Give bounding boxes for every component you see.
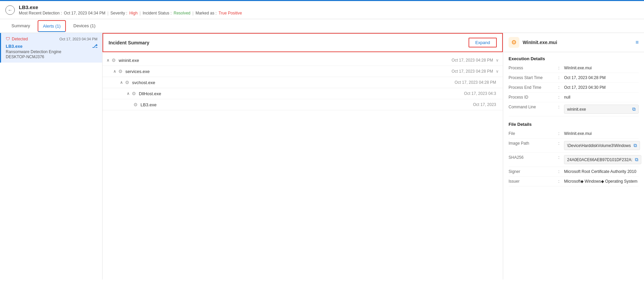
collapse-chevron[interactable]: ∧ [127, 91, 130, 96]
detail-colon: : [558, 169, 559, 174]
copy-icon[interactable]: ⧉ [632, 106, 636, 112]
right-panel: ⚙ WinInit.exe.mui ≡ Execution Details Pr… [503, 33, 644, 280]
gear-icon: ⚙ [132, 91, 136, 96]
process-time: Oct 17, 2023 [473, 102, 496, 107]
gear-icon: ⚙ [133, 102, 138, 107]
lines-icon[interactable]: ≡ [636, 39, 639, 45]
detection-label: Most Recent Detection : [19, 11, 62, 15]
image-path-value: \Device\HarddiskVolume3\Windows [567, 143, 631, 148]
severity-value: High [129, 11, 138, 15]
detail-label: Image Path [509, 141, 556, 146]
detail-colon: : [558, 105, 559, 109]
detail-colon: : [558, 66, 559, 70]
process-name: DllHost.exe [139, 91, 464, 96]
expand-chevron[interactable]: ∨ [496, 69, 499, 74]
tree-row[interactable]: ∧ ⚙ DllHost.exe Oct 17, 2023 04:3 [103, 88, 503, 99]
detail-label: Signer [509, 169, 556, 174]
detail-label: Process ID [509, 95, 556, 100]
top-bar: ← LB3.exe Most Recent Detection : Oct 17… [0, 1, 644, 19]
file-details-table: File : WinInit.exe.mui Image Path : \Dev… [503, 129, 644, 186]
gear-icon: ⚙ [112, 58, 116, 63]
detail-row-sha256: SHA256 : 24A0E0ACE66AEB97D101DF232A: ⧉ [509, 153, 639, 167]
process-time: Oct 17, 2023 04:28 PM [452, 69, 493, 74]
collapse-chevron[interactable]: ∧ [113, 69, 116, 74]
tab-alerts[interactable]: Alerts (1) [38, 20, 66, 32]
collapse-chevron[interactable]: ∧ [120, 80, 123, 85]
header-meta: Most Recent Detection : Oct 17, 2023 04:… [19, 11, 242, 15]
process-name: LB3.exe [140, 102, 473, 107]
alert-engine: Ransomware Detection Engine [6, 49, 97, 54]
shield-icon: 🛡 [6, 36, 10, 41]
sep1: | [107, 11, 108, 15]
detected-badge: 🛡 Detected [6, 36, 28, 41]
detail-row-image-path: Image Path : \Device\HarddiskVolume3\Win… [509, 139, 639, 153]
severity-label: Severity : [111, 11, 127, 15]
right-panel-header: ⚙ WinInit.exe.mui ≡ [503, 33, 644, 52]
back-button[interactable]: ← [5, 5, 15, 15]
marked-value: True Positive [218, 11, 242, 15]
command-line-box: wininit.exe ⧉ [564, 105, 639, 114]
detail-row-process: Process : WinInit.exe.mui [509, 63, 639, 73]
alert-item[interactable]: 🛡 Detected Oct 17, 2023 04:34 PM LB3.exe… [0, 33, 102, 63]
collapse-chevron[interactable]: ∧ [107, 58, 110, 63]
detail-label: Issuer [509, 179, 556, 184]
process-tree: ∧ ⚙ wininit.exe Oct 17, 2023 04:28 PM ∨ … [103, 52, 503, 113]
expand-chevron[interactable]: ∨ [496, 58, 499, 63]
tree-icon: ⎇ [92, 43, 97, 49]
detail-row-issuer: Issuer : Microsoft◆ Windows◆ Operating S… [509, 177, 639, 186]
marked-label: Marked as : [196, 11, 217, 15]
sha256-value: 24A0E0ACE66AEB97D101DF232A: [567, 157, 632, 162]
detail-row-start-time: Process Start Time : Oct 17, 2023 04:28 … [509, 73, 639, 83]
detail-colon: : [558, 85, 559, 90]
copy-icon[interactable]: ⧉ [635, 157, 638, 162]
center-panel: Incident Summary Expand ∧ ⚙ wininit.exe … [103, 33, 503, 280]
alert-name: LB3.exe ⎇ [6, 43, 97, 49]
detection-time: Oct 17, 2023 04:34 PM [64, 11, 105, 15]
detail-label: Process End Time [509, 85, 556, 90]
right-panel-title: WinInit.exe.mui [523, 40, 557, 45]
detail-value: Oct 17, 2023 04:30 PM [564, 85, 639, 90]
file-details-title: File Details [503, 118, 644, 129]
detail-label: SHA256 [509, 155, 556, 160]
status-value: Resolved [174, 11, 191, 15]
detail-colon: : [558, 179, 559, 184]
process-name: wininit.exe [119, 58, 452, 63]
alert-time: Oct 17, 2023 04:34 PM [59, 37, 97, 41]
detail-label: Process [509, 66, 556, 70]
header-info: LB3.exe Most Recent Detection : Oct 17, … [19, 4, 242, 15]
command-line-value: wininit.exe [567, 107, 586, 112]
expand-button[interactable]: Expand [469, 38, 497, 47]
process-name: svchost.exe [132, 80, 455, 85]
detail-row-end-time: Process End Time : Oct 17, 2023 04:30 PM [509, 83, 639, 93]
detail-colon: : [558, 155, 559, 160]
detail-colon: : [558, 75, 559, 80]
execution-details-table: Process : WinInit.exe.mui Process Start … [503, 63, 644, 116]
process-time: Oct 17, 2023 04:28 PM [452, 58, 493, 63]
tree-row[interactable]: ⚙ LB3.exe Oct 17, 2023 [103, 99, 503, 110]
detail-value: null [564, 95, 639, 100]
tab-summary[interactable]: Summary [5, 19, 36, 33]
left-panel: 🛡 Detected Oct 17, 2023 04:34 PM LB3.exe… [0, 33, 103, 280]
process-time: Oct 17, 2023 04:28 PM [455, 80, 496, 85]
execution-details-title: Execution Details [503, 52, 644, 63]
detail-value: WinInit.exe.mui [564, 66, 639, 70]
detail-colon: : [558, 141, 559, 146]
process-time: Oct 17, 2023 04:3 [464, 91, 496, 96]
detail-colon: : [558, 131, 559, 136]
tree-row[interactable]: ∧ ⚙ svchost.exe Oct 17, 2023 04:28 PM [103, 77, 503, 88]
tree-row[interactable]: ∧ ⚙ wininit.exe Oct 17, 2023 04:28 PM ∨ [103, 55, 503, 66]
tab-devices[interactable]: Devices (1) [67, 19, 102, 33]
gear-icon: ⚙ [125, 80, 129, 85]
status-label: Incident Status : [143, 11, 171, 15]
detail-label: Command Line [509, 105, 556, 109]
gear-orange-icon: ⚙ [509, 37, 519, 48]
copy-icon[interactable]: ⧉ [634, 143, 637, 148]
detail-value: Oct 17, 2023 04:28 PM [564, 75, 639, 80]
right-panel-title-row: ⚙ WinInit.exe.mui [509, 37, 557, 48]
process-name: services.exe [125, 69, 452, 74]
sep2: | [139, 11, 140, 15]
sha256-box: 24A0E0ACE66AEB97D101DF232A: ⧉ [564, 155, 641, 164]
detail-row-file: File : WinInit.exe.mui [509, 129, 639, 139]
tree-row[interactable]: ∧ ⚙ services.exe Oct 17, 2023 04:28 PM ∨ [103, 66, 503, 77]
main-layout: 🛡 Detected Oct 17, 2023 04:34 PM LB3.exe… [0, 33, 644, 280]
